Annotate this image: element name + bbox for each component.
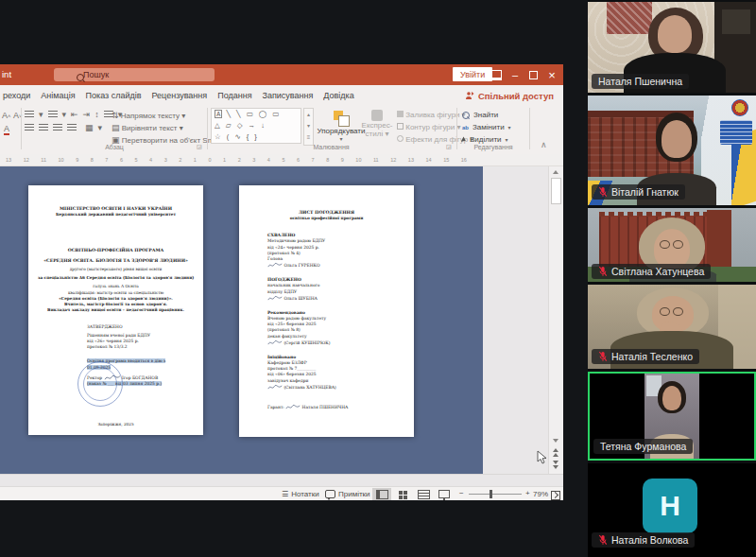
align-text-button[interactable]: ▤ Вирівняти текст ▾ [112,123,183,132]
participant-avatar: Н [643,479,697,533]
signature-icon [267,295,283,302]
ribbon-tabs-row: реходи Анімація Показ слайдів Рецензуван… [0,85,563,107]
horizontal-ruler[interactable]: 13 12 11 10 9 8 7 6 5 4 3 2 1 0 1 2 3 4 … [0,154,563,166]
university-emblem [731,99,748,116]
zoom-level[interactable]: 79% [533,490,548,498]
participant-tile[interactable]: Н Наталія Волкова [588,463,756,557]
participant-tile[interactable]: Наталія Тесленко [588,285,756,369]
person-face [662,120,692,158]
reading-view-icon [418,490,430,499]
doc-line: Запоріжжя, 2025 [28,422,203,427]
participant-name-tag: Наталія Волкова [592,532,695,548]
participant-tile[interactable]: Віталій Гнатюк [588,96,756,205]
slideshow-view-button[interactable] [435,488,454,500]
zoom-out-button[interactable]: − [459,489,464,497]
doc-line: Ольга ШУБІНА [267,295,400,302]
select-button[interactable]: Виділити ▾ [462,135,508,144]
comments-icon [325,490,335,498]
slide-sorter-icon [399,491,403,495]
drawing-dialog-launcher[interactable]: ◲ [446,143,452,149]
participant-tile-active[interactable]: Тетяна Фурманова [588,372,756,461]
powerpoint-window: int Пошук Увійти – × реходи Анімація Пок… [0,64,563,500]
arrange-button[interactable]: Упорядкувати ▾ [316,108,367,146]
zoom-in-button[interactable]: + [525,489,530,497]
collapse-ribbon-icon[interactable]: ∧ [541,140,547,149]
text-direction-button[interactable]: ⇅ Напрямок тексту ▾ [112,111,185,120]
scroll-down-icon[interactable] [553,439,558,443]
ribbon-options-icon[interactable] [489,67,504,82]
zoom-slider-thumb[interactable] [490,490,492,498]
scrollbar-thumb[interactable] [551,178,561,204]
mouse-cursor [537,450,547,464]
font-color-button[interactable]: А [4,124,9,135]
muted-mic-icon [598,351,608,362]
previous-slide-button[interactable] [553,448,558,457]
doc-line: Викладач закладу вищої освіти – педагогі… [28,307,203,313]
shapes-gallery[interactable]: А ╲ ╲ ▭ ◯ ▭ △ ▱ ◇ → ↓ ☆ ( ∿ { } [211,108,301,144]
quick-styles-button[interactable]: Експрес- стилі ▾ [361,108,393,146]
person-glasses [660,240,683,249]
participant-tile[interactable]: Світлана Хатунцева [588,208,756,282]
vertical-scrollbar[interactable] [548,166,562,474]
share-button[interactable]: Спільний доступ [465,85,554,106]
tab-record[interactable]: Записування [263,91,314,100]
doc-line: (Сергій КУШНІРЮК) [267,339,400,346]
font-size-buttons[interactable]: А˄ А˅ [2,111,23,120]
notes-button[interactable]: ☰Нотатки [282,490,319,498]
scroll-up-icon[interactable] [553,170,558,174]
fit-to-window-icon[interactable] [551,491,560,500]
notes-icon: ☰ [282,490,288,498]
participant-tile[interactable]: Наталя Пшенична [588,2,756,93]
shape-fill-icon [397,111,404,117]
find-button[interactable]: Знайти [462,111,498,119]
zoom-slider[interactable] [469,494,522,495]
reading-view-button[interactable] [414,488,433,500]
slide-canvas[interactable]: МІНІСТЕРСТВО ОСВІТИ І НАУКИ УКРАЇНИ Берд… [0,166,483,474]
slideshow-view-icon [438,490,450,498]
search-input[interactable]: Пошук [54,68,215,81]
muted-mic-icon [598,186,608,198]
share-person-icon [465,91,474,100]
status-strip [0,474,563,487]
zoom-meeting-screen: { "ppt": { "title_fragment": "int", "sea… [0,0,756,557]
minimize-button[interactable]: – [507,67,523,82]
comments-button[interactable]: Примітки [325,490,370,498]
emblem-caption-card [720,120,752,145]
restore-button[interactable] [525,67,541,82]
background-textile [607,2,652,34]
participant-name-tag: Віталій Гнатюк [592,184,685,200]
find-icon [462,112,470,119]
paragraph-dialog-launcher[interactable]: ◲ [197,143,202,149]
normal-view-button[interactable] [372,488,391,500]
signature-icon [285,404,301,410]
tab-help[interactable]: Довідка [323,91,353,100]
signature-icon [267,384,283,391]
slide-sorter-button[interactable] [393,488,412,500]
group-divider [529,108,530,149]
close-button[interactable]: × [544,67,559,82]
window-title-fragment: int [2,69,11,79]
shape-outline-icon [397,123,404,130]
arrange-icon [334,108,349,127]
shape-outline-button[interactable]: Контур фігури ▾ [397,123,460,131]
shape-fill-button[interactable]: Заливка фігури ▾ [397,111,466,119]
signature-icon [267,339,283,346]
replace-icon: ab [462,125,469,131]
align-buttons[interactable]: ▦▾ [25,123,102,132]
replace-button[interactable]: abЗамінити ▾ [462,123,511,131]
list-buttons[interactable]: ▾▾ ⇤⇥↕▾ [25,110,122,119]
tab-view[interactable]: Подання [217,91,251,100]
doc-line: Ольга ГУРЕНКО [267,262,400,269]
canvas-side-area [483,166,548,474]
shapes-gallery-scrollbar[interactable]: ▴▾≡ [303,108,314,146]
tab-review[interactable]: Рецензування [151,91,207,100]
title-bar: int Пошук Увійти – × [0,64,563,85]
normal-view-icon [376,490,388,499]
next-slide-button[interactable] [553,461,558,469]
tab-slideshow[interactable]: Показ слайдів [86,91,142,100]
sign-in-button[interactable]: Увійти [453,67,492,81]
tab-transitions-partial[interactable]: реходи [3,91,30,100]
muted-mic-icon [598,266,608,277]
tab-animation[interactable]: Анімація [41,91,75,100]
person-face [662,386,681,410]
